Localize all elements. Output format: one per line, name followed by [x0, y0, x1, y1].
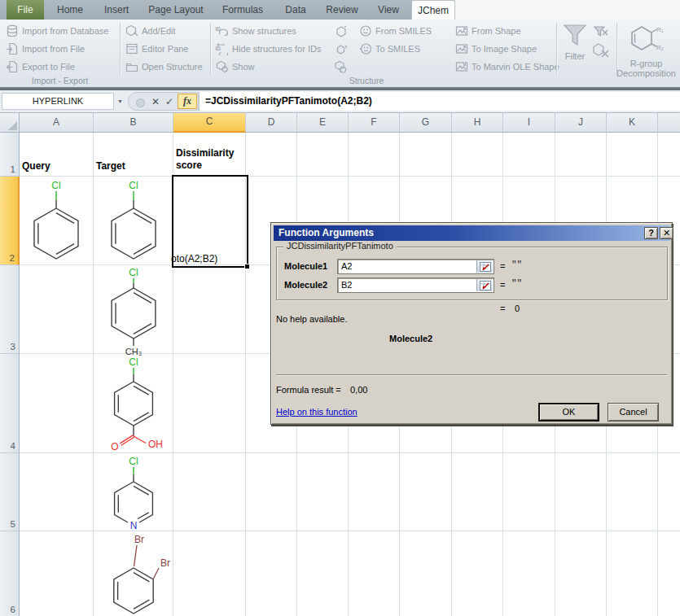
ribbon-button-show-structures[interactable]: ID Show structures: [215, 24, 296, 38]
cancel-entry-icon[interactable]: ✕: [149, 95, 162, 108]
from-smiles-icon: [358, 24, 372, 38]
tab-file[interactable]: File: [7, 0, 44, 20]
structure-chlorobenzene-a2[interactable]: Cl: [20, 178, 93, 264]
ribbon-button-import-from-database[interactable]: Import from Database: [5, 24, 108, 38]
tab-home[interactable]: Home: [46, 0, 94, 20]
ribbon-group-label-import-export: Import - Export: [0, 76, 120, 86]
column-header-k[interactable]: K: [607, 113, 658, 133]
ribbon-button-to-image-shape[interactable]: To Image Shape: [454, 42, 537, 56]
ribbon-button-hide-structures-for-ids[interactable]: ID Hide structures for IDs: [215, 42, 321, 56]
structure-dibromobenzene-b6[interactable]: Br Br: [97, 532, 172, 616]
ribbon-button-to-marvin-ole-shape[interactable]: To Marvin OLE Shape: [454, 59, 559, 74]
ribbon-button-label: To Marvin OLE Shape: [472, 62, 559, 72]
ribbon-button-export-to-file[interactable]: Export to File: [5, 59, 75, 74]
column-header-f[interactable]: F: [349, 113, 400, 133]
insert-function-icon[interactable]: fx: [178, 94, 197, 109]
formula-result-label: Formula result =: [276, 385, 341, 395]
structure-options-icon[interactable]: [334, 42, 348, 56]
tab-data[interactable]: Data: [273, 0, 318, 20]
ribbon-button-editor-pane[interactable]: Editor Pane: [125, 42, 188, 56]
row-header-1[interactable]: 1: [0, 133, 20, 177]
gridline: [20, 176, 680, 177]
ribbon-button-show[interactable]: Show: [215, 59, 255, 74]
column-header-i[interactable]: I: [503, 113, 555, 133]
molecule1-input[interactable]: A2: [337, 259, 494, 274]
range-selector-icon[interactable]: [476, 279, 493, 291]
cancel-button[interactable]: Cancel: [608, 403, 659, 422]
structure-4-chlorotoluene-b3[interactable]: Cl CH₃: [97, 267, 170, 356]
tab-jchem[interactable]: JChem: [411, 0, 455, 20]
excel-window: File Home Insert Page Layout Formulas Da…: [0, 0, 680, 616]
function-arguments-dialog: Function Arguments ? ✕ JCDissimilarityPF…: [270, 222, 673, 425]
gridline: [20, 452, 680, 453]
ribbon-button-from-smiles[interactable]: From SMILES: [358, 24, 432, 38]
ribbon-group-label-structure: Structure: [212, 76, 521, 86]
ribbon-button-label: Filter: [565, 51, 585, 61]
column-header-j[interactable]: J: [555, 113, 607, 133]
tab-insert[interactable]: Insert: [94, 0, 139, 20]
ribbon-button-to-smiles[interactable]: To SMILES: [358, 42, 420, 56]
dialog-title-bar[interactable]: Function Arguments: [274, 225, 670, 241]
ribbon-button-import-from-file[interactable]: Import from File: [5, 42, 85, 56]
clear-filter-icon[interactable]: [593, 24, 609, 38]
formula-input[interactable]: =JCDissimilarityPFTanimoto(A2;B2): [199, 92, 680, 111]
ribbon-button-label: From SMILES: [375, 26, 432, 36]
name-box[interactable]: HYPERLINK: [2, 93, 114, 110]
to-image-shape-icon: [454, 42, 468, 56]
add-edit-structure-icon: [125, 24, 138, 38]
cell-c1[interactable]: Dissimilarity score: [176, 147, 244, 172]
ribbon-button-open-structure[interactable]: Open Structure: [125, 59, 203, 74]
tab-view[interactable]: View: [366, 0, 411, 20]
help-on-function-link[interactable]: Help on this function: [276, 407, 358, 417]
column-header-h[interactable]: H: [452, 113, 503, 133]
ok-button[interactable]: OK: [538, 403, 599, 422]
result-value: 0: [515, 304, 520, 313]
structure-refresh-icon[interactable]: [334, 60, 348, 74]
dialog-help-button[interactable]: ?: [644, 227, 658, 239]
gridline: [93, 133, 94, 616]
fill-handle[interactable]: [244, 264, 250, 269]
ribbon-button-add-edit[interactable]: Add/Edit: [125, 24, 176, 38]
column-header-a[interactable]: A: [20, 113, 94, 133]
ribbon-group-separator: [556, 23, 557, 75]
row-header-5[interactable]: 5: [0, 453, 20, 531]
molecule2-label: Molecule2: [284, 280, 327, 290]
range-selector-icon[interactable]: [476, 260, 493, 273]
tab-review[interactable]: Review: [318, 0, 366, 20]
ribbon-button-label: From Shape: [472, 26, 521, 36]
molecule2-value: B2: [341, 280, 352, 290]
ribbon-button-r-group-decomposition[interactable]: R₁R₂ R-group Decomposition: [612, 21, 680, 78]
structure-4-chlorobenzoic-acid-b4[interactable]: Cl O OH: [97, 356, 170, 452]
no-help-text: No help available.: [276, 314, 347, 324]
formula-bar-buttons: ✕ ✓ fx: [128, 92, 199, 111]
confirm-entry-icon[interactable]: ✓: [163, 95, 176, 108]
dialog-close-button[interactable]: ✕: [660, 227, 673, 239]
column-header-g[interactable]: G: [400, 113, 452, 133]
column-header-d[interactable]: D: [246, 113, 297, 133]
row-header-2[interactable]: 2: [0, 177, 20, 265]
ribbon-button-label: Show structures: [232, 26, 296, 36]
ribbon-button-from-shape[interactable]: From Shape: [454, 24, 521, 38]
molecule2-input[interactable]: B2: [337, 277, 494, 293]
svg-text:ID: ID: [216, 46, 222, 51]
column-header-e[interactable]: E: [297, 113, 349, 133]
cell-b1[interactable]: Target: [96, 160, 125, 172]
row-header-3[interactable]: 3: [0, 265, 20, 354]
column-header-b[interactable]: B: [94, 113, 173, 133]
structure-chlorobenzene-b2[interactable]: Cl: [97, 178, 170, 264]
select-all-triangle-icon: [8, 121, 17, 130]
select-all-corner[interactable]: [0, 113, 20, 133]
svg-text:Cl: Cl: [129, 180, 138, 191]
structure-convert-icon[interactable]: [334, 24, 348, 38]
cell-a1[interactable]: Query: [22, 160, 50, 172]
clear-structure-filter-icon[interactable]: [592, 42, 610, 59]
tab-page-layout[interactable]: Page Layout: [139, 0, 213, 20]
row-header-4[interactable]: 4: [0, 354, 20, 453]
structure-4-chloropyridine-b5[interactable]: Cl N: [97, 455, 170, 531]
active-cell-c2[interactable]: oto(A2;B2): [172, 175, 248, 268]
tab-formulas[interactable]: Formulas: [213, 0, 273, 20]
name-box-dropdown-icon[interactable]: ▼: [114, 93, 126, 110]
row-header-6[interactable]: 6: [0, 531, 20, 616]
column-header-c[interactable]: C: [173, 113, 246, 133]
ribbon-button-filter[interactable]: Filter: [559, 23, 591, 61]
